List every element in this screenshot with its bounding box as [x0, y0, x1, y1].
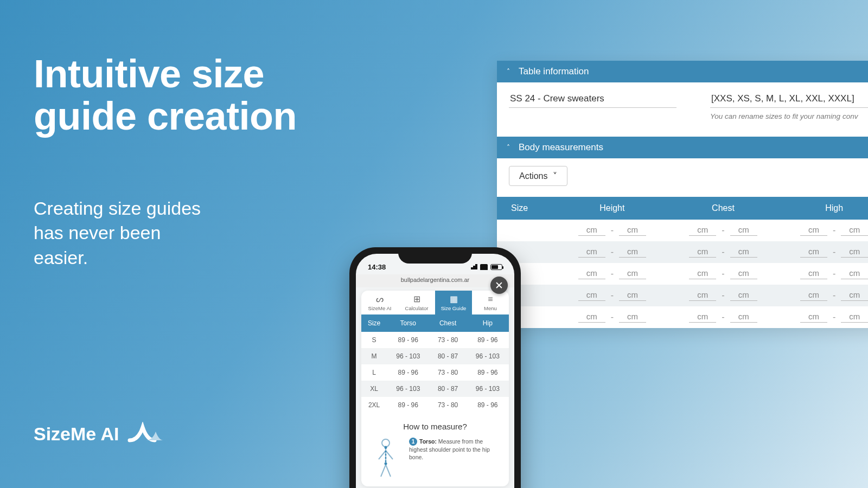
cm-input[interactable]: cm — [730, 268, 757, 279]
hero-title-line: Intuitive size — [34, 52, 264, 95]
cm-input[interactable]: cm — [619, 268, 646, 279]
close-button[interactable]: ✕ — [490, 277, 508, 294]
table-info-body: You can rename sizes to fit your naming … — [497, 82, 868, 137]
body-measurements-header[interactable]: ˄ Body measurements — [497, 137, 868, 158]
sg-cell-hip: 96 - 103 — [467, 348, 509, 364]
size-guide-table: Size Torso Chest Hip S89 - 9673 - 8089 -… — [361, 314, 509, 413]
cm-input[interactable]: cm — [730, 247, 757, 258]
range-dash: - — [833, 291, 835, 300]
table-row: cm-cmcm-cmcm-cm — [497, 241, 868, 263]
hero: Intuitive size guide creation Creating s… — [34, 53, 297, 271]
cm-input[interactable]: cm — [619, 225, 646, 236]
range-dash: - — [611, 312, 614, 322]
sg-row: L89 - 9673 - 8089 - 96 — [361, 364, 509, 381]
range-dash: - — [833, 226, 835, 235]
hero-title-line: guide creation — [34, 94, 297, 138]
measure-cell: cm-cm — [668, 263, 779, 285]
wifi-icon — [480, 264, 488, 270]
cm-input[interactable]: cm — [730, 290, 757, 301]
sg-col-chest: Chest — [429, 314, 466, 332]
range-dash: - — [722, 291, 724, 300]
cm-input[interactable]: cm — [800, 247, 827, 258]
tab-sizeme-ai[interactable]: ᔕSizeMe AI — [361, 291, 398, 314]
hero-subtitle: Creating size guides has never been easi… — [34, 196, 297, 271]
cm-input[interactable]: cm — [689, 225, 716, 236]
sg-row: M96 - 10380 - 8796 - 103 — [361, 348, 509, 364]
sg-cell-size: S — [361, 332, 387, 348]
sg-cell-hip: 89 - 96 — [467, 397, 509, 413]
cm-input[interactable]: cm — [689, 312, 716, 323]
tab-icon: ≡ — [472, 295, 509, 304]
table-row: cm-cmcm-cmcm-cm — [497, 285, 868, 306]
cm-input[interactable]: cm — [841, 290, 868, 301]
cm-input[interactable]: cm — [730, 225, 757, 236]
cm-input[interactable]: cm — [578, 312, 605, 323]
sg-header-row: Size Torso Chest Hip — [361, 314, 509, 332]
sg-cell-chest: 80 - 87 — [429, 348, 466, 364]
measure-cell: cm-cm — [557, 220, 668, 241]
body-measurements-title: Body measurements — [519, 142, 603, 153]
cm-input[interactable]: cm — [730, 312, 757, 323]
table-row: cm-cmcm-cmcm-cm — [497, 306, 868, 328]
cm-input[interactable]: cm — [841, 247, 868, 258]
tab-icon: ⊞ — [398, 295, 435, 304]
measure-cell: cm-cm — [668, 241, 779, 263]
cm-input[interactable]: cm — [689, 247, 716, 258]
brand-mark: SizeMe AI — [34, 422, 164, 446]
cm-input[interactable]: cm — [619, 312, 646, 323]
howto-text: 1Torso: Measure from the highest shoulde… — [409, 438, 501, 461]
tab-calculator[interactable]: ⊞Calculator — [398, 291, 435, 314]
col-chest: Chest — [668, 197, 779, 220]
sg-cell-hip: 96 - 103 — [467, 381, 509, 397]
cm-input[interactable]: cm — [578, 290, 605, 301]
sizes-col: You can rename sizes to fit your naming … — [710, 90, 868, 120]
sg-cell-chest: 73 - 80 — [429, 397, 466, 413]
range-dash: - — [611, 269, 614, 279]
sg-cell-size: L — [361, 364, 387, 381]
cm-input[interactable]: cm — [800, 268, 827, 279]
cm-input[interactable]: cm — [800, 225, 827, 236]
cm-input[interactable]: cm — [841, 225, 868, 236]
cm-input[interactable]: cm — [689, 290, 716, 301]
measurements-table: Size Height Chest High cm-cmcm-cmcm-cmcm… — [497, 197, 868, 328]
sg-cell-chest: 73 - 80 — [429, 332, 466, 348]
sg-cell-torso: 96 - 103 — [387, 381, 429, 397]
measure-cell: cm-cm — [778, 285, 868, 306]
range-dash: - — [611, 226, 614, 235]
hero-title: Intuitive size guide creation — [34, 53, 297, 138]
measure-cell: cm-cm — [557, 241, 668, 263]
tab-menu[interactable]: ≡Menu — [472, 291, 509, 314]
table-info-header[interactable]: ˄ Table information — [497, 61, 868, 82]
cm-input[interactable]: cm — [619, 290, 646, 301]
tab-label: Menu — [484, 305, 497, 311]
range-dash: - — [722, 269, 724, 279]
cm-input[interactable]: cm — [800, 312, 827, 323]
sizes-input[interactable] — [710, 90, 868, 108]
phone-notch — [398, 247, 472, 264]
sg-cell-torso: 96 - 103 — [387, 348, 429, 364]
signal-icon — [469, 264, 477, 269]
howto-title: How to measure? — [369, 422, 501, 431]
tab-size-guide[interactable]: ▦Size Guide — [435, 291, 472, 314]
cm-input[interactable]: cm — [578, 247, 605, 258]
cm-input[interactable]: cm — [841, 268, 868, 279]
size-guide-panel: ˄ Table information You can rename sizes… — [497, 61, 868, 328]
cm-input[interactable]: cm — [578, 225, 605, 236]
actions-button[interactable]: Actions ˅ — [509, 166, 567, 186]
range-dash: - — [722, 226, 724, 235]
cm-input[interactable]: cm — [689, 268, 716, 279]
measure-cell: cm-cm — [557, 285, 668, 306]
range-dash: - — [722, 247, 724, 257]
cm-input[interactable]: cm — [841, 312, 868, 323]
measure-cell: cm-cm — [778, 220, 868, 241]
sg-row: 2XL89 - 9673 - 8089 - 96 — [361, 397, 509, 413]
cm-input[interactable]: cm — [619, 247, 646, 258]
battery-icon — [490, 264, 502, 270]
measure-cell: cm-cm — [668, 306, 779, 328]
product-name-input[interactable] — [509, 90, 676, 108]
tab-label: Calculator — [405, 305, 429, 311]
sg-row: S89 - 9673 - 8089 - 96 — [361, 332, 509, 348]
cm-input[interactable]: cm — [578, 268, 605, 279]
size-widget: ᔕSizeMe AI⊞Calculator▦Size Guide≡Menu Si… — [361, 291, 509, 486]
cm-input[interactable]: cm — [800, 290, 827, 301]
